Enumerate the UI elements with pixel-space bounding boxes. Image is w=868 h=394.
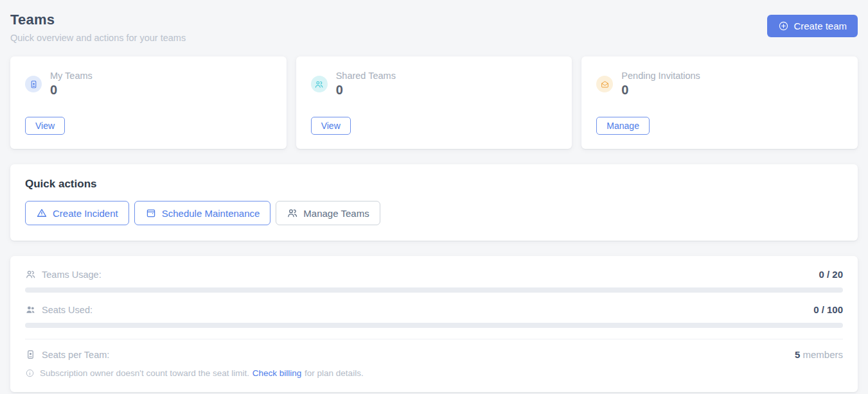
my-teams-card-header: My Teams 0 [25, 71, 272, 98]
note-text-before: Subscription owner doesn't count toward … [40, 368, 249, 378]
envelope-open-icon [596, 76, 613, 92]
check-billing-link[interactable]: Check billing [252, 368, 302, 378]
pending-invitations-card-header: Pending Invitations 0 [596, 71, 843, 98]
teams-usage-row: Teams Usage: 0 / 20 [25, 269, 843, 280]
manage-teams-label: Manage Teams [303, 208, 369, 219]
plus-circle-icon [778, 21, 789, 31]
info-circle-icon [25, 368, 35, 378]
usage-card: Teams Usage: 0 / 20 Seats Used: 0 / 100 … [10, 256, 858, 392]
seats-used-label: Seats Used: [42, 305, 93, 315]
quick-actions-buttons: Create Incident Schedule Maintenance Man… [25, 201, 843, 225]
page-title: Teams [10, 12, 186, 28]
teams-page: Teams Quick overview and actions for you… [0, 0, 868, 394]
contact-badge-icon [25, 349, 36, 360]
seats-per-team-label: Seats per Team: [42, 350, 109, 360]
pending-invitations-count: 0 [621, 83, 700, 98]
schedule-maintenance-button[interactable]: Schedule Maintenance [134, 201, 271, 225]
manage-teams-button[interactable]: Manage Teams [276, 201, 380, 225]
create-team-button-label: Create team [793, 21, 847, 31]
create-incident-label: Create Incident [53, 208, 118, 219]
page-header: Teams Quick overview and actions for you… [10, 9, 858, 43]
create-team-button[interactable]: Create team [767, 15, 858, 37]
pending-invitations-label: Pending Invitations [621, 71, 700, 81]
page-subtitle: Quick overview and actions for your team… [10, 33, 186, 43]
seats-used-value: 0 / 100 [813, 304, 843, 315]
usage-divider [25, 339, 843, 339]
users-icon [287, 207, 298, 219]
shared-teams-count: 0 [336, 83, 396, 98]
page-header-text: Teams Quick overview and actions for you… [10, 9, 186, 43]
shared-teams-label: Shared Teams [336, 71, 396, 81]
users-icon [311, 76, 328, 92]
teams-usage-progressbar [25, 287, 843, 293]
pending-invitations-card: Pending Invitations 0 Manage [581, 56, 858, 149]
teams-usage-value: 0 / 20 [819, 269, 843, 280]
shared-teams-card: Shared Teams 0 View [296, 56, 572, 149]
my-teams-label: My Teams [50, 71, 93, 81]
seats-per-team-value: 5 members [795, 349, 843, 360]
stat-cards-row: My Teams 0 View Shared Teams 0 View Pend… [10, 56, 858, 149]
pending-invitations-manage-button[interactable]: Manage [596, 117, 650, 135]
seat-limit-note: Subscription owner doesn't count toward … [25, 368, 843, 378]
create-incident-button[interactable]: Create Incident [25, 201, 129, 225]
my-teams-card: My Teams 0 View [10, 56, 287, 149]
contact-badge-icon [25, 76, 42, 92]
teams-usage-label: Teams Usage: [42, 270, 102, 280]
users-filled-icon [25, 304, 36, 315]
my-teams-count: 0 [50, 83, 93, 98]
quick-actions-title: Quick actions [25, 178, 843, 191]
note-text-after: for plan details. [305, 368, 364, 378]
warning-triangle-icon [36, 207, 48, 219]
shared-teams-card-header: Shared Teams 0 [311, 71, 558, 98]
schedule-maintenance-label: Schedule Maintenance [162, 208, 260, 219]
seats-used-row: Seats Used: 0 / 100 [25, 304, 843, 315]
calendar-icon [145, 207, 157, 219]
seats-used-progressbar [25, 323, 843, 328]
users-outline-icon [25, 269, 36, 280]
shared-teams-view-button[interactable]: View [311, 117, 351, 135]
quick-actions-card: Quick actions Create Incident Schedule M… [10, 164, 858, 241]
seats-per-team-row: Seats per Team: 5 members [25, 349, 843, 360]
my-teams-view-button[interactable]: View [25, 117, 65, 135]
seats-per-team-suffix: members [802, 349, 843, 360]
